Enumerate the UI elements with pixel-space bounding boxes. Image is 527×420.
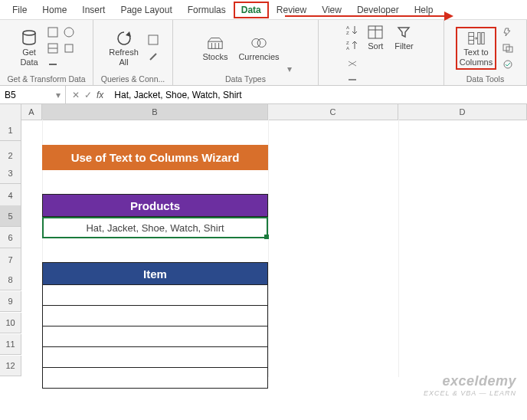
svg-rect-3 — [48, 28, 57, 37]
existing-conn-icon[interactable] — [46, 57, 60, 71]
watermark: exceldemy EXCEL & VBA — LEARN — [424, 373, 516, 397]
item-row[interactable] — [42, 326, 268, 347]
sort-desc-icon[interactable]: ZA — [345, 38, 359, 52]
item-row[interactable] — [42, 306, 268, 326]
row-header-1[interactable]: 1 — [0, 120, 21, 141]
row-header-3[interactable]: 3 — [0, 162, 21, 184]
cell-grid[interactable]: Use of Text to Columns Wizard Products H… — [21, 120, 527, 377]
currencies-label: Currencies — [238, 52, 279, 61]
sort-icon — [367, 24, 384, 41]
group-queries: Refresh All Queries & Conn... — [93, 20, 173, 85]
stocks-icon — [207, 34, 224, 51]
data-validation-icon[interactable] — [501, 57, 515, 71]
refresh-all-button[interactable]: Refresh All — [106, 28, 142, 67]
menu-help[interactable]: Help — [407, 2, 441, 18]
svg-rect-28 — [481, 33, 483, 44]
get-data-label: Get Data — [20, 48, 38, 66]
worksheet[interactable]: A B C D 123456789101112 Use of Text to C… — [0, 104, 527, 377]
queries-prop-icon[interactable] — [146, 33, 160, 47]
formula-input[interactable] — [110, 90, 527, 100]
col-header-d[interactable]: D — [398, 104, 527, 120]
group-label-transform: Get & Transform Data — [3, 74, 90, 84]
svg-marker-8 — [126, 31, 131, 37]
menu-view[interactable]: View — [314, 2, 349, 18]
svg-point-4 — [64, 28, 74, 37]
stocks-button[interactable]: Stocks — [199, 33, 231, 63]
sort-button[interactable]: Sort — [364, 22, 387, 52]
col-header-b[interactable]: B — [42, 104, 268, 120]
menu-formulas[interactable]: Formulas — [180, 2, 234, 18]
reapply-icon[interactable] — [345, 73, 359, 87]
row-headers: 123456789101112 — [0, 120, 21, 377]
edit-links-icon[interactable] — [146, 50, 160, 64]
svg-point-2 — [23, 31, 35, 35]
item-row[interactable] — [42, 368, 268, 389]
row-header-7[interactable]: 7 — [0, 248, 21, 271]
sort-asc-icon[interactable]: AZ — [345, 23, 359, 37]
col-header-a[interactable]: A — [21, 104, 42, 120]
item-header-cell[interactable]: Item — [42, 262, 268, 285]
row-header-6[interactable]: 6 — [0, 227, 21, 248]
stocks-label: Stocks — [202, 52, 227, 61]
refresh-icon — [116, 30, 133, 47]
remove-dup-icon[interactable] — [501, 41, 515, 55]
filter-button[interactable]: Filter — [391, 22, 416, 52]
row-header-9[interactable]: 9 — [0, 291, 21, 312]
get-data-button[interactable]: Get Data — [17, 28, 41, 67]
from-web-icon[interactable] — [62, 25, 76, 39]
chevron-down-icon[interactable]: ▾ — [287, 64, 292, 74]
menu-insert[interactable]: Insert — [74, 2, 113, 18]
row-header-5[interactable]: 5 — [0, 205, 21, 227]
title-banner: Use of Text to Columns Wizard — [42, 145, 268, 170]
svg-point-15 — [257, 39, 266, 48]
row-header-4[interactable]: 4 — [0, 184, 21, 207]
from-table-icon[interactable] — [46, 41, 60, 55]
clear-filter-icon[interactable] — [345, 57, 359, 71]
filter-icon — [395, 24, 412, 41]
name-box-input[interactable] — [5, 90, 43, 100]
svg-point-31 — [504, 61, 512, 68]
enter-formula-icon[interactable]: ✓ — [84, 90, 92, 100]
name-box-dropdown-icon[interactable]: ▾ — [56, 90, 61, 100]
name-box[interactable]: ▾ — [0, 86, 66, 103]
flash-fill-icon[interactable] — [501, 25, 515, 39]
row-header-10[interactable]: 10 — [0, 313, 21, 333]
products-header-cell[interactable]: Products — [42, 194, 268, 217]
text-to-columns-label: Text to Columns — [460, 48, 493, 66]
select-all-triangle[interactable] — [0, 104, 21, 120]
item-row[interactable] — [42, 347, 268, 368]
row-header-12[interactable]: 12 — [0, 356, 21, 376]
row-header-11[interactable]: 11 — [0, 334, 21, 355]
svg-rect-7 — [65, 44, 73, 52]
menu-file[interactable]: File — [5, 2, 34, 18]
refresh-label: Refresh All — [109, 48, 139, 66]
menu-home[interactable]: Home — [34, 2, 74, 18]
ribbon: Get Data Get & Transform Data Refresh Al… — [0, 20, 527, 86]
menu-pagelayout[interactable]: Page Layout — [113, 2, 179, 18]
item-rows[interactable] — [42, 285, 268, 389]
text-to-columns-icon — [468, 30, 485, 47]
col-header-c[interactable]: C — [268, 104, 398, 120]
svg-text:A: A — [346, 46, 349, 51]
watermark-brand: exceldemy — [424, 373, 516, 389]
group-label-queries: Queries & Conn... — [97, 74, 169, 84]
item-row[interactable] — [42, 285, 268, 306]
menu-review[interactable]: Review — [269, 2, 314, 18]
products-value-cell[interactable]: Hat, Jacket, Shoe, Watch, Shirt — [42, 217, 268, 238]
menu-bar: File Home Insert Page Layout Formulas Da… — [0, 0, 527, 20]
text-to-columns-button[interactable]: Text to Columns — [456, 27, 496, 69]
row-header-8[interactable]: 8 — [0, 270, 21, 290]
currencies-button[interactable]: Currencies — [235, 33, 282, 63]
cancel-formula-icon[interactable]: ✕ — [72, 90, 80, 100]
column-headers: A B C D — [0, 104, 527, 120]
group-get-transform: Get Data Get & Transform Data — [0, 20, 93, 85]
watermark-tagline: EXCEL & VBA — LEARN — [424, 389, 516, 397]
formula-bar: ▾ ✕ ✓ fx — [0, 86, 527, 104]
menu-developer[interactable]: Developer — [349, 2, 407, 18]
filter-label: Filter — [394, 41, 413, 51]
recent-sources-icon[interactable] — [62, 41, 76, 55]
from-text-icon[interactable] — [46, 25, 60, 39]
group-label-datatypes: Data Types — [176, 74, 315, 84]
fx-icon[interactable]: fx — [97, 90, 103, 100]
menu-data[interactable]: Data — [234, 2, 269, 18]
